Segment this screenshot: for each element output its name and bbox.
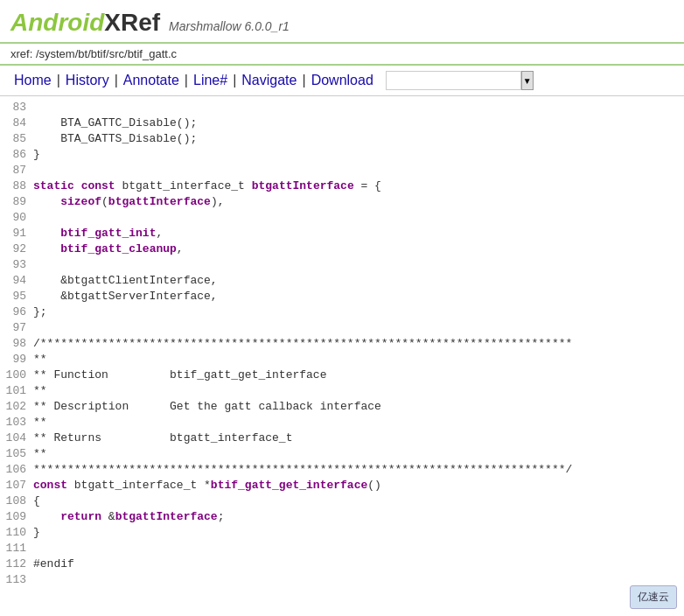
line-content: /***************************************… — [33, 336, 684, 352]
logo-xref: XRef — [104, 9, 160, 36]
line-number: 108 — [0, 494, 33, 509]
line-number: 100 — [0, 368, 33, 383]
line-number: 98 — [0, 336, 33, 352]
line-number: 92 — [0, 242, 33, 257]
line-number: 91 — [0, 226, 33, 242]
line-number: 103 — [0, 415, 33, 430]
btif-gatt-cleanup-link[interactable]: btif_gatt_cleanup — [60, 242, 177, 256]
table-row: 85 BTA_GATTS_Disable(); — [0, 131, 684, 147]
table-row: 86 } — [0, 147, 684, 163]
table-row: 100 ** Function btif_gatt_get_interface — [0, 368, 684, 383]
line-number: 106 — [0, 462, 33, 478]
logo-version: Marshmallow 6.0.0_r1 — [169, 19, 290, 33]
nav-sep-5: | — [300, 73, 307, 88]
table-row: 94 &btgattClientInterface, — [0, 273, 684, 289]
table-row: 95 &btgattServerInterface, — [0, 289, 684, 304]
filepath-text: xref: /system/bt/btif/src/btif_gatt.c — [10, 47, 177, 60]
line-content: } — [33, 147, 684, 163]
line-number: 111 — [0, 541, 33, 556]
table-row: 83 — [0, 100, 684, 116]
line-content: static const btgatt_interface_t btgattIn… — [33, 178, 684, 194]
table-row: 110 } — [0, 525, 684, 541]
line-number: 102 — [0, 399, 33, 415]
line-number: 88 — [0, 178, 33, 194]
line-number: 109 — [0, 509, 33, 525]
table-row: 92 btif_gatt_cleanup, — [0, 242, 684, 257]
line-content: ****************************************… — [33, 462, 684, 478]
table-row: 106 ************************************… — [0, 462, 684, 478]
btgattInterface3-link[interactable]: btgattInterface — [115, 510, 218, 523]
line-number: 95 — [0, 289, 33, 304]
line-content: btif_gatt_cleanup, — [33, 242, 684, 257]
navbar: Home | History | Annotate | Line# | Navi… — [0, 66, 684, 96]
scroll-button[interactable]: ▼ — [521, 71, 534, 90]
nav-home[interactable]: Home — [10, 73, 55, 88]
table-row: 84 BTA_GATTC_Disable(); — [0, 116, 684, 131]
table-row: 87 — [0, 163, 684, 178]
watermark: 亿速云 — [630, 585, 677, 609]
nav-sep-3: | — [183, 73, 190, 88]
line-number: 93 — [0, 257, 33, 273]
table-row: 98 /************************************… — [0, 336, 684, 352]
table-row: 104 ** Returns btgatt_interface_t — [0, 430, 684, 446]
line-number: 97 — [0, 320, 33, 336]
watermark-text: 亿速云 — [638, 591, 669, 603]
btgattInterface2-link[interactable]: btgattInterface — [108, 195, 211, 208]
nav-sep-2: | — [113, 73, 120, 88]
line-content: } — [33, 525, 684, 541]
line-number: 84 — [0, 116, 33, 131]
table-row: 105 ** — [0, 446, 684, 462]
line-number: 96 — [0, 304, 33, 320]
line-number: 107 — [0, 478, 33, 494]
line-number: 105 — [0, 446, 33, 462]
search-input[interactable] — [386, 71, 521, 90]
line-content: return &btgattInterface; — [33, 509, 684, 525]
line-number: 94 — [0, 273, 33, 289]
btif-gatt-get-interface-link[interactable]: btif_gatt_get_interface — [211, 479, 367, 492]
line-content: BTA_GATTC_Disable(); — [33, 116, 684, 131]
line-content: &btgattClientInterface, — [33, 273, 684, 289]
line-content: ** — [33, 446, 684, 462]
btgattInterface-link[interactable]: btgattInterface — [252, 179, 354, 192]
line-number: 86 — [0, 147, 33, 163]
table-row: 97 — [0, 320, 684, 336]
filepath: xref: /system/bt/btif/src/btif_gatt.c — [0, 44, 684, 66]
table-row: 93 — [0, 257, 684, 273]
table-row: 89 sizeof(btgattInterface), — [0, 194, 684, 210]
table-row: 99 ** — [0, 352, 684, 368]
line-content: &btgattServerInterface, — [33, 289, 684, 304]
nav-linehash[interactable]: Line# — [190, 73, 231, 88]
table-row: 96 }; — [0, 304, 684, 320]
logo: AndroidXRefMarshmallow 6.0.0_r1 — [10, 9, 674, 37]
table-row: 101 ** — [0, 383, 684, 399]
line-content: ** Returns btgatt_interface_t — [33, 430, 684, 446]
line-content: btif_gatt_init, — [33, 226, 684, 242]
line-number: 87 — [0, 163, 33, 178]
line-content: ** — [33, 415, 684, 430]
line-content: BTA_GATTS_Disable(); — [33, 131, 684, 147]
table-row: 108 { — [0, 494, 684, 509]
line-number: 85 — [0, 131, 33, 147]
logo-android: Android — [10, 9, 104, 36]
btif-gatt-init-link[interactable]: btif_gatt_init — [60, 227, 156, 240]
table-row: 111 — [0, 541, 684, 556]
line-content: const btgatt_interface_t *btif_gatt_get_… — [33, 478, 684, 494]
nav-navigate[interactable]: Navigate — [238, 73, 300, 88]
nav-download[interactable]: Download — [308, 73, 377, 88]
line-content: ** — [33, 383, 684, 399]
line-number: 99 — [0, 352, 33, 368]
line-content: ** Description Get the gatt callback int… — [33, 399, 684, 415]
line-number: 104 — [0, 430, 33, 446]
table-row: 107 const btgatt_interface_t *btif_gatt_… — [0, 478, 684, 494]
line-number: 113 — [0, 572, 33, 588]
line-number: 110 — [0, 525, 33, 541]
table-row: 91 btif_gatt_init, — [0, 226, 684, 242]
nav-history[interactable]: History — [62, 73, 113, 88]
line-content: { — [33, 494, 684, 509]
table-row: 102 ** Description Get the gatt callback… — [0, 399, 684, 415]
nav-annotate[interactable]: Annotate — [120, 73, 183, 88]
table-row: 88 static const btgatt_interface_t btgat… — [0, 178, 684, 194]
table-row: 113 — [0, 572, 684, 588]
line-number: 101 — [0, 383, 33, 399]
nav-sep-1: | — [55, 73, 62, 88]
